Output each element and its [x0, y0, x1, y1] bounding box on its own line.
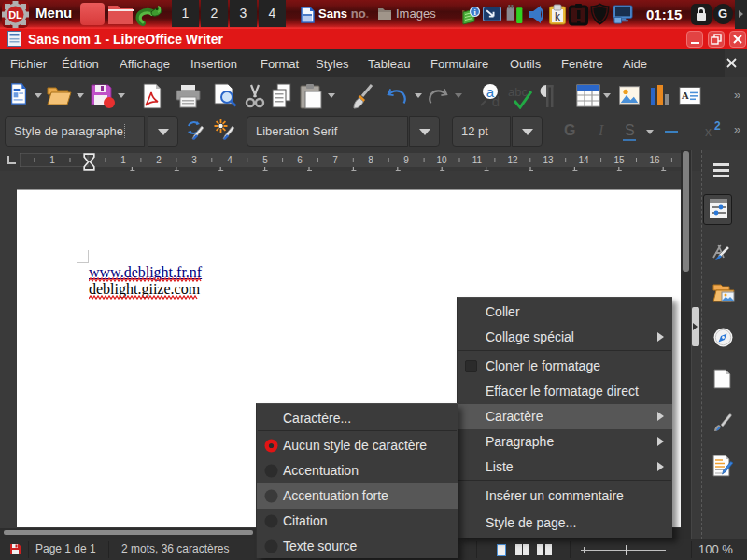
svg-text:13: 13 — [543, 155, 554, 165]
svg-text:1: 1 — [120, 155, 126, 165]
svg-text:k: k — [555, 10, 561, 23]
svg-text:8: 8 — [368, 155, 374, 165]
svg-text:11: 11 — [472, 155, 483, 165]
svg-text:5: 5 — [262, 155, 268, 165]
svg-text:1: 1 — [49, 155, 55, 165]
svg-text:14: 14 — [578, 155, 589, 165]
svg-text:A: A — [682, 90, 689, 101]
svg-text:4: 4 — [227, 155, 233, 165]
svg-text:16: 16 — [649, 155, 660, 165]
svg-text:10: 10 — [436, 155, 447, 165]
svg-text:2: 2 — [156, 155, 162, 165]
svg-text:a: a — [486, 84, 495, 100]
svg-text:7: 7 — [332, 155, 338, 165]
svg-text:3: 3 — [191, 155, 197, 165]
svg-text:9: 9 — [403, 155, 409, 165]
svg-text:DL: DL — [8, 9, 22, 21]
svg-text:6: 6 — [297, 155, 303, 165]
svg-text:12: 12 — [507, 155, 518, 165]
svg-text:15: 15 — [613, 155, 625, 165]
svg-text:abc: abc — [508, 85, 528, 99]
